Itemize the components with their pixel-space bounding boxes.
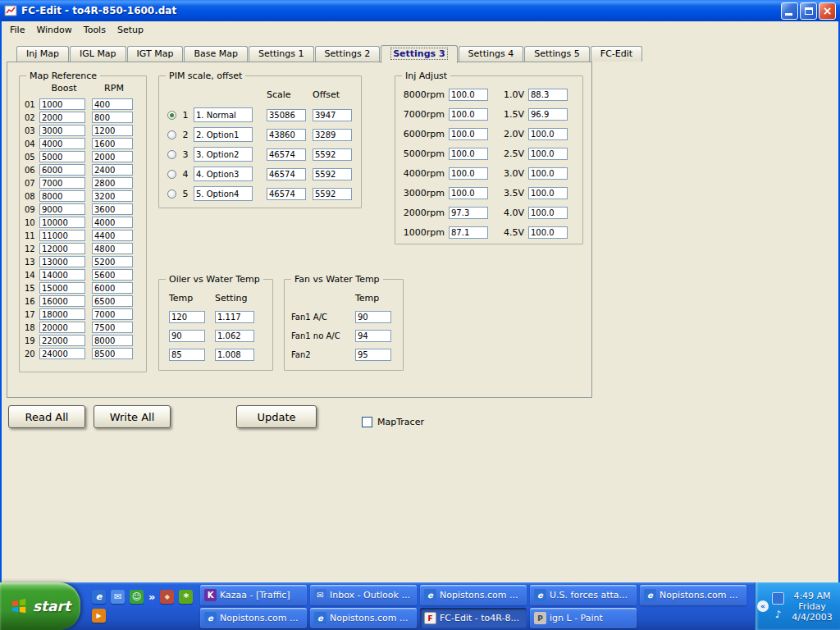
maximize-button[interactable] xyxy=(800,2,817,20)
pim-scale-input[interactable] xyxy=(267,148,306,161)
fan-temp-input[interactable] xyxy=(355,311,391,323)
pim-offset-input[interactable] xyxy=(313,148,352,161)
tab-base-map[interactable]: Base Map xyxy=(184,46,248,62)
pim-option-radio[interactable] xyxy=(167,111,176,120)
pim-name-input[interactable] xyxy=(194,167,253,181)
inj-volt-input[interactable] xyxy=(528,187,568,199)
taskbar-button[interactable]: Nopistons.com ... xyxy=(310,608,417,628)
pim-name-input[interactable] xyxy=(194,127,253,142)
taskbar-button[interactable]: U.S. forces atta... xyxy=(530,585,637,605)
boost-input[interactable] xyxy=(39,230,85,241)
rpm-input[interactable] xyxy=(92,348,133,359)
boost-input[interactable] xyxy=(39,151,85,162)
tab-settings-2[interactable]: Settings 2 xyxy=(315,46,381,62)
pim-option-radio[interactable] xyxy=(167,130,176,139)
boost-input[interactable] xyxy=(39,348,85,359)
tab-igl-map[interactable]: IGL Map xyxy=(70,46,126,62)
menu-item-window[interactable]: Window xyxy=(30,23,77,37)
rpm-input[interactable] xyxy=(92,230,133,241)
shield-icon[interactable] xyxy=(160,590,174,604)
taskbar-button[interactable]: Nopistons.com ... xyxy=(420,585,527,605)
menu-item-setup[interactable]: Setup xyxy=(112,23,149,37)
boost-input[interactable] xyxy=(39,256,85,267)
pim-option-radio[interactable] xyxy=(167,189,176,199)
taskbar-button[interactable]: Nopistons.com ... xyxy=(640,585,746,605)
tray-volume-icon[interactable] xyxy=(772,609,784,621)
minimize-button[interactable] xyxy=(781,2,798,20)
oiler-temp-input[interactable] xyxy=(169,330,205,342)
taskbar-button[interactable]: Inbox - Outlook ... xyxy=(310,585,417,605)
boost-input[interactable] xyxy=(39,243,85,254)
fan-temp-input[interactable] xyxy=(355,349,391,361)
inj-rpm-input[interactable] xyxy=(449,128,488,140)
rpm-input[interactable] xyxy=(92,190,133,202)
rpm-input[interactable] xyxy=(92,308,133,320)
inj-rpm-input[interactable] xyxy=(449,226,488,239)
rpm-input[interactable] xyxy=(92,203,133,215)
read-all-button[interactable]: Read All xyxy=(8,405,85,428)
pim-option-radio[interactable] xyxy=(167,170,176,179)
pim-name-input[interactable] xyxy=(194,107,253,122)
tab-settings-5[interactable]: Settings 5 xyxy=(524,46,590,62)
rpm-input[interactable] xyxy=(92,217,133,228)
messenger-icon[interactable] xyxy=(130,590,144,604)
tab-settings-3[interactable]: Settings 3 xyxy=(381,45,457,63)
oiler-setting-input[interactable] xyxy=(215,330,254,342)
pim-name-input[interactable] xyxy=(194,186,253,201)
tab-igt-map[interactable]: IGT Map xyxy=(127,46,184,62)
rpm-input[interactable] xyxy=(92,335,133,346)
update-button[interactable]: Update xyxy=(236,405,317,428)
rpm-input[interactable] xyxy=(92,295,133,307)
maptracer-checkbox[interactable] xyxy=(362,417,372,427)
write-all-button[interactable]: Write All xyxy=(94,405,171,428)
tray-display-icon[interactable] xyxy=(772,592,784,605)
inj-volt-input[interactable] xyxy=(528,226,568,239)
inj-volt-input[interactable] xyxy=(528,207,568,219)
rpm-input[interactable] xyxy=(92,98,133,110)
boost-input[interactable] xyxy=(39,335,85,346)
rpm-input[interactable] xyxy=(92,269,133,281)
rpm-input[interactable] xyxy=(92,322,133,333)
taskbar-button[interactable]: Nopistons.com ... xyxy=(200,608,307,628)
boost-input[interactable] xyxy=(39,308,85,320)
boost-input[interactable] xyxy=(39,164,85,176)
rpm-input[interactable] xyxy=(92,138,133,149)
boost-input[interactable] xyxy=(39,217,85,228)
rpm-input[interactable] xyxy=(92,282,133,294)
pim-scale-input[interactable] xyxy=(267,188,306,200)
pim-offset-input[interactable] xyxy=(313,168,352,180)
pim-offset-input[interactable] xyxy=(313,129,352,141)
pim-offset-input[interactable] xyxy=(313,188,352,200)
close-button[interactable]: × xyxy=(819,2,836,20)
tab-fc-edit[interactable]: FC-Edit xyxy=(591,46,642,62)
pim-scale-input[interactable] xyxy=(267,168,306,180)
menu-item-file[interactable]: File xyxy=(4,23,30,37)
boost-input[interactable] xyxy=(39,177,85,189)
inj-rpm-input[interactable] xyxy=(449,187,488,199)
ie-icon[interactable] xyxy=(92,590,106,604)
boost-input[interactable] xyxy=(39,112,85,123)
taskbar-button[interactable]: Kazaa - [Traffic] xyxy=(200,585,307,605)
inj-volt-input[interactable] xyxy=(528,167,568,180)
boost-input[interactable] xyxy=(39,282,85,294)
hide-inactive-icons-button[interactable] xyxy=(757,600,769,612)
webshots-icon[interactable] xyxy=(179,590,193,604)
rpm-input[interactable] xyxy=(92,151,133,162)
boost-input[interactable] xyxy=(39,138,85,149)
inj-volt-input[interactable] xyxy=(528,128,568,140)
inj-rpm-input[interactable] xyxy=(449,207,488,219)
tab-inj-map[interactable]: Inj Map xyxy=(16,46,69,62)
fan-temp-input[interactable] xyxy=(355,330,391,342)
rpm-input[interactable] xyxy=(92,177,133,189)
boost-input[interactable] xyxy=(39,190,85,202)
boost-input[interactable] xyxy=(39,98,85,110)
pim-scale-input[interactable] xyxy=(267,129,306,141)
media-icon[interactable] xyxy=(92,609,106,623)
start-button[interactable]: start xyxy=(0,582,80,630)
pim-name-input[interactable] xyxy=(194,147,253,162)
inj-volt-input[interactable] xyxy=(528,89,568,101)
tab-settings-4[interactable]: Settings 4 xyxy=(459,46,524,62)
rpm-input[interactable] xyxy=(92,256,133,267)
rpm-input[interactable] xyxy=(92,243,133,254)
rpm-input[interactable] xyxy=(92,164,133,176)
